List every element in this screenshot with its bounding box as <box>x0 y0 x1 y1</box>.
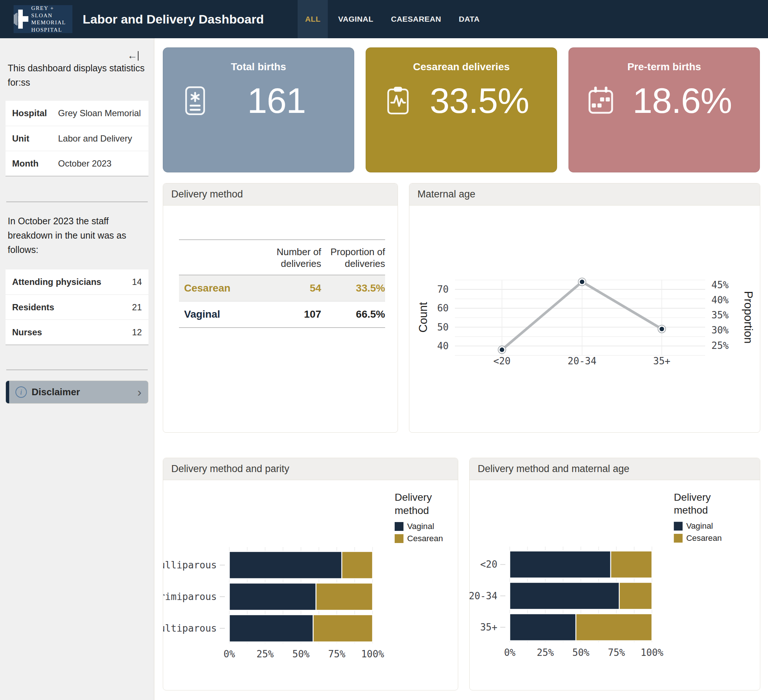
table-header-number: Number of deliveries <box>257 240 321 275</box>
svg-text:Delivery: Delivery <box>674 492 711 503</box>
delivery-maternal-age-stacked-bar-chart: <2020-3435+0%25%50%75%100%Deliverymethod… <box>470 482 758 686</box>
svg-text:Cesarean: Cesarean <box>407 534 443 543</box>
panel-delivery-maternal-age: Delivery method and maternal age <2020-3… <box>469 458 760 690</box>
delivery-parity-stacked-bar-chart: NulliparousPrimiparousMultiparous0%25%50… <box>163 482 453 687</box>
table-row-vaginal: Vaginal 107 66.5% <box>179 301 385 328</box>
table-row-cesarean: Cesarean 54 33.5% <box>179 275 385 301</box>
svg-text:Delivery: Delivery <box>395 492 432 503</box>
clipboard-pulse-icon <box>383 85 413 117</box>
svg-text:50: 50 <box>437 322 449 333</box>
svg-text:45%: 45% <box>711 279 729 290</box>
svg-text:<20: <20 <box>493 356 511 367</box>
svg-text:75%: 75% <box>608 647 625 658</box>
svg-text:Cesarean: Cesarean <box>686 533 722 543</box>
kpi-title: Cesarean deliveries <box>366 61 557 73</box>
kpi-title: Total births <box>163 61 354 73</box>
panel-title: Delivery method <box>163 183 398 205</box>
staff-intro-text: In October 2023 the staff breakdown in t… <box>5 214 149 257</box>
svg-text:70: 70 <box>437 284 449 295</box>
kpi-card-total-births: Total births <box>163 47 354 172</box>
birth-certificate-icon <box>180 85 210 117</box>
svg-text:30%: 30% <box>711 325 729 336</box>
tab-caesarean[interactable]: CAESAREAN <box>384 0 449 38</box>
nav-tabs: ALL VAGINAL CAESAREAN DATA <box>298 0 490 38</box>
sidebar: ← This dashboard displays statistics for… <box>0 38 154 700</box>
svg-text:50%: 50% <box>293 649 310 660</box>
svg-text:Proportion: Proportion <box>742 291 755 343</box>
svg-text:35+: 35+ <box>480 622 498 633</box>
kpi-card-cesarean: Cesarean deliveries 33.5% <box>366 47 557 172</box>
svg-text:0%: 0% <box>504 647 516 658</box>
delivery-method-table: Number of deliveries Proportion of deliv… <box>179 239 385 328</box>
maternal-age-line-chart: 4050607025%30%35%40%45%<2020-3435+CountP… <box>410 207 758 432</box>
hospital-cross-icon <box>14 8 29 30</box>
svg-text:<20: <20 <box>480 559 498 570</box>
panel-delivery-parity: Delivery method and parity NulliparousPr… <box>163 458 458 690</box>
panel-title: Delivery method and parity <box>163 458 458 480</box>
svg-text:Count: Count <box>417 302 430 332</box>
hospital-logo-text: GREY + SLOAN MEMORIAL HOSPITAL <box>31 5 72 34</box>
staff-table: Attending physicians 14 Residents 21 Nur… <box>5 269 149 345</box>
info-row-unit: Unit Labor and Delivery <box>5 126 149 151</box>
svg-text:method: method <box>674 505 708 516</box>
svg-text:20-34: 20-34 <box>568 356 597 367</box>
kpi-title: Pre-term births <box>569 61 760 73</box>
kpi-value: 161 <box>210 80 343 121</box>
svg-text:25%: 25% <box>537 647 554 658</box>
chevron-right-icon: › <box>138 385 141 399</box>
svg-text:Primiparous: Primiparous <box>163 591 217 602</box>
page-title: Labor and Delivery Dashboard <box>83 12 264 26</box>
svg-text:100%: 100% <box>640 647 664 658</box>
staff-row-nurses: Nurses 12 <box>5 319 149 344</box>
sidebar-divider-2 <box>6 370 148 370</box>
kpi-cards-row: Total births <box>163 47 768 172</box>
tab-all[interactable]: ALL <box>298 0 328 38</box>
disclaimer-button[interactable]: i Disclaimer › <box>5 381 149 404</box>
table-header-proportion: Proportion of deliveries <box>321 240 385 275</box>
svg-text:25%: 25% <box>256 649 274 660</box>
sidebar-collapse-icon[interactable]: ← <box>128 51 139 61</box>
hospital-info-table: Hospital Grey Sloan Memorial Unit Labor … <box>5 101 149 176</box>
svg-text:Nulliparous: Nulliparous <box>163 559 217 570</box>
panel-title: Delivery method and maternal age <box>470 458 760 480</box>
tab-data[interactable]: DATA <box>451 0 487 38</box>
panel-title: Maternal age <box>410 183 760 205</box>
info-row-month: Month October 2023 <box>5 151 149 176</box>
svg-text:20-34: 20-34 <box>470 590 497 601</box>
svg-text:40: 40 <box>437 340 449 351</box>
svg-text:35%: 35% <box>711 309 729 320</box>
sidebar-intro-text: This dashboard displays statistics for:s… <box>5 61 149 90</box>
svg-text:75%: 75% <box>328 649 346 660</box>
svg-text:50%: 50% <box>572 647 589 658</box>
staff-row-residents: Residents 21 <box>5 295 149 319</box>
svg-text:method: method <box>395 505 429 516</box>
svg-text:25%: 25% <box>711 340 729 351</box>
sidebar-divider <box>6 202 148 202</box>
svg-text:0%: 0% <box>223 649 235 660</box>
kpi-card-preterm: Pre-term births <box>568 47 760 172</box>
app-header: GREY + SLOAN MEMORIAL HOSPITAL Labor and… <box>0 0 768 38</box>
info-row-hospital: Hospital Grey Sloan Memorial <box>5 101 149 126</box>
svg-text:35+: 35+ <box>653 356 670 367</box>
svg-text:60: 60 <box>437 303 449 314</box>
svg-text:Vaginal: Vaginal <box>407 522 434 531</box>
svg-text:Vaginal: Vaginal <box>686 521 713 530</box>
svg-text:40%: 40% <box>711 295 729 306</box>
kpi-value: 33.5% <box>413 80 546 121</box>
svg-text:100%: 100% <box>361 649 384 660</box>
calendar-icon <box>586 85 616 117</box>
svg-text:Multiparous: Multiparous <box>163 623 217 634</box>
main-content: Total births <box>154 38 768 700</box>
table-header-blank <box>179 240 257 275</box>
panel-delivery-method: Delivery method Number of deliveries Pro… <box>163 183 398 433</box>
kpi-value: 18.6% <box>616 80 749 121</box>
tab-vaginal[interactable]: VAGINAL <box>331 0 381 38</box>
disclaimer-label: Disclaimer <box>32 386 80 398</box>
panel-maternal-age: Maternal age 4050607025%30%35%40%45%<202… <box>409 183 760 433</box>
info-icon: i <box>16 386 27 398</box>
staff-row-attending: Attending physicians 14 <box>5 269 149 295</box>
hospital-logo: GREY + SLOAN MEMORIAL HOSPITAL <box>14 5 72 33</box>
